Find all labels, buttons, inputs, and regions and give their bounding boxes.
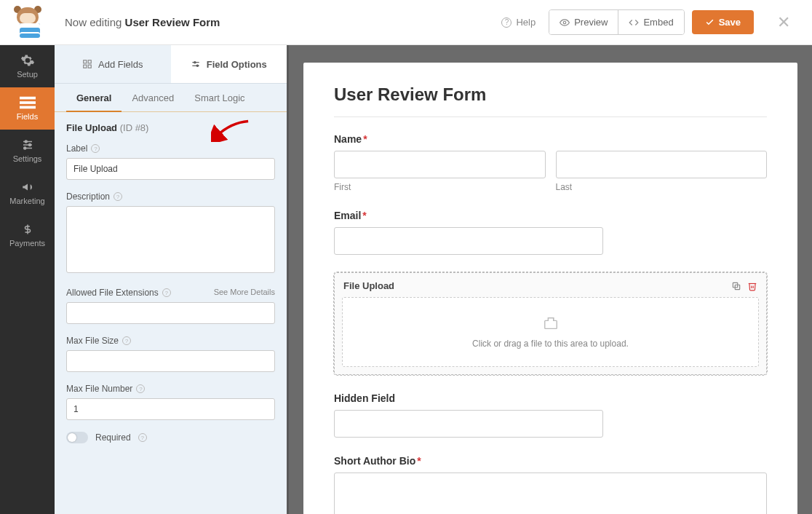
hint-icon[interactable]: ? (138, 433, 147, 442)
trash-icon[interactable] (747, 281, 757, 291)
svg-rect-13 (84, 65, 87, 68)
left-nav: Setup Fields Settings Marketing Payments (0, 45, 55, 514)
nav-fields-label: Fields (17, 112, 38, 121)
hint-icon[interactable]: ? (136, 384, 145, 393)
subtab-advanced[interactable]: Advanced (122, 84, 184, 111)
field-upload-block[interactable]: File Upload Click or drag a file to this… (334, 272, 767, 375)
see-more-link[interactable]: See More Details (214, 288, 275, 296)
field-header: File Upload (ID #8) (66, 122, 275, 133)
nav-setup[interactable]: Setup (0, 45, 55, 87)
required-asterisk: * (417, 455, 421, 467)
subtab-smart-logic[interactable]: Smart Logic (184, 84, 255, 111)
tab-field-options[interactable]: Field Options (171, 45, 287, 83)
fields-icon (20, 96, 36, 109)
field-bio-block[interactable]: Short Author Bio* (334, 455, 767, 514)
save-button[interactable]: Save (692, 10, 754, 34)
svg-rect-14 (88, 65, 91, 68)
save-label: Save (719, 17, 741, 28)
form-canvas: User Review Form Name* First Last (289, 45, 812, 514)
option-allowed-ext: Allowed File Extensions? See More Detail… (66, 288, 275, 324)
nav-marketing[interactable]: Marketing (0, 172, 55, 214)
tab-add-fields[interactable]: Add Fields (55, 45, 171, 83)
field-id: (ID #8) (120, 122, 149, 133)
hidden-input[interactable] (334, 410, 603, 438)
required-asterisk: * (362, 210, 366, 221)
top-bar: Now editing User Review Form ? Help Prev… (0, 0, 812, 45)
preview-button[interactable]: Preview (549, 10, 618, 34)
bullhorn-icon (20, 181, 36, 194)
help-icon: ? (501, 17, 512, 28)
editing-prefix: Now editing (65, 16, 125, 28)
upload-dropzone[interactable]: Click or drag a file to this area to upl… (342, 297, 759, 367)
preview-label: Preview (574, 17, 608, 28)
nav-marketing-label: Marketing (9, 197, 44, 205)
tab-add-fields-label: Add Fields (98, 59, 143, 70)
form-name: User Review Form (125, 16, 220, 28)
name-label: Name* (334, 133, 767, 145)
allowed-ext-input[interactable] (66, 302, 275, 324)
option-max-number: Max File Number? (66, 384, 275, 420)
field-hidden-block[interactable]: Hidden Field (334, 392, 767, 438)
option-max-size: Max File Size? (66, 336, 275, 372)
field-name-block[interactable]: Name* First Last (334, 133, 767, 192)
form-title: User Review Form (334, 84, 767, 117)
description-input[interactable] (66, 206, 275, 273)
close-icon: ✕ (777, 13, 790, 31)
required-toggle[interactable] (66, 432, 88, 443)
option-max-size-label: Max File Size? (66, 336, 275, 346)
max-number-input[interactable] (66, 398, 275, 420)
nav-settings-label: Settings (13, 154, 42, 163)
nav-payments-label: Payments (9, 239, 45, 248)
email-input[interactable] (334, 227, 603, 255)
svg-rect-1 (20, 97, 36, 100)
option-label: Label? (66, 143, 275, 180)
required-asterisk: * (363, 133, 367, 145)
required-label: Required (95, 432, 131, 443)
option-max-number-label: Max File Number? (66, 384, 275, 394)
help-link[interactable]: ? Help (501, 17, 536, 28)
nav-settings[interactable]: Settings (0, 130, 55, 172)
bio-input[interactable] (334, 473, 767, 514)
nav-fields[interactable]: Fields (0, 87, 55, 130)
hint-icon[interactable]: ? (162, 288, 171, 297)
dollar-icon (20, 223, 36, 236)
bio-label: Short Author Bio* (334, 455, 767, 467)
hint-icon[interactable]: ? (91, 144, 100, 153)
duplicate-icon[interactable] (731, 281, 741, 291)
hidden-label: Hidden Field (334, 392, 767, 404)
check-icon (705, 17, 715, 27)
label-input[interactable] (66, 158, 275, 180)
svg-point-5 (25, 141, 27, 143)
grid-icon (82, 59, 92, 69)
last-sublabel: Last (556, 182, 768, 192)
nav-setup-label: Setup (17, 70, 38, 79)
help-label: Help (516, 17, 536, 28)
embed-button[interactable]: Embed (618, 10, 683, 34)
eye-icon (560, 17, 570, 28)
last-name-input[interactable] (556, 151, 768, 178)
subtabs: General Advanced Smart Logic (55, 84, 287, 112)
hint-icon[interactable]: ? (114, 192, 122, 201)
side-panel: Add Fields Field Options General Advance… (55, 45, 289, 514)
upload-label: File Upload (343, 280, 394, 291)
field-email-block[interactable]: Email* (334, 210, 767, 255)
option-label-label: Label? (66, 143, 275, 154)
email-label: Email* (334, 210, 767, 221)
hint-icon[interactable]: ? (122, 336, 131, 345)
close-button[interactable]: ✕ (768, 13, 799, 32)
tab-field-options-label: Field Options (207, 59, 267, 70)
code-icon (629, 17, 639, 28)
nav-payments[interactable]: Payments (0, 214, 55, 256)
gear-icon (20, 54, 36, 67)
svg-point-9 (23, 147, 25, 149)
upload-icon (541, 315, 560, 331)
page-title: Now editing User Review Form (55, 16, 501, 28)
first-name-input[interactable] (334, 151, 546, 178)
embed-label: Embed (643, 17, 673, 28)
panel-body: File Upload (ID #8) Label? Description? … (55, 112, 287, 514)
field-name: File Upload (66, 122, 117, 133)
svg-rect-12 (88, 60, 91, 63)
svg-rect-3 (20, 106, 36, 109)
subtab-general[interactable]: General (66, 84, 122, 112)
max-size-input[interactable] (66, 350, 275, 372)
